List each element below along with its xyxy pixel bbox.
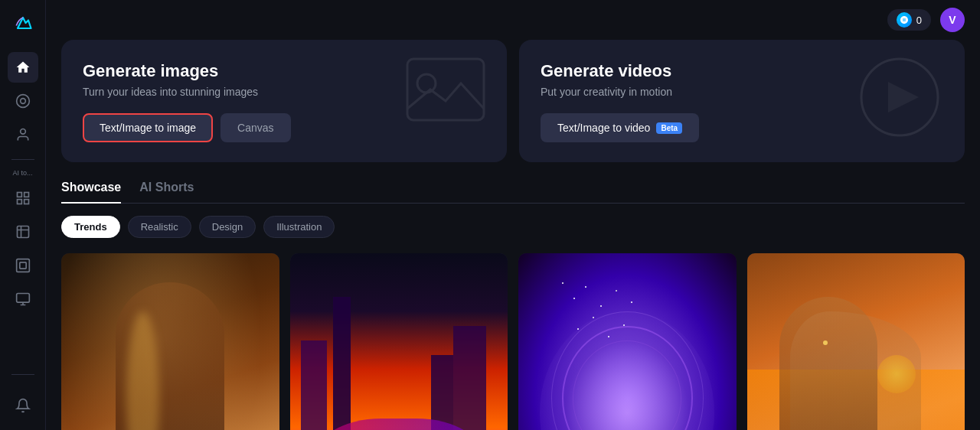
- video-card-buttons: Text/Image to video Beta: [541, 113, 943, 142]
- sidebar-item-explore[interactable]: [8, 86, 38, 116]
- beta-badge: Beta: [656, 122, 682, 134]
- filter-trends[interactable]: Trends: [61, 216, 120, 238]
- svg-rect-4: [24, 193, 28, 197]
- tab-ai-shorts[interactable]: AI Shorts: [139, 181, 194, 204]
- main-content: 0 V Generate images Turn your ideas into…: [46, 0, 980, 430]
- gallery-image-3[interactable]: [518, 253, 737, 430]
- sidebar-item-frame[interactable]: [8, 250, 38, 281]
- svg-point-1: [20, 99, 25, 104]
- generate-videos-subtitle: Put your creativity in motion: [541, 86, 943, 98]
- image-thumbnail-4: [747, 253, 965, 430]
- generate-images-subtitle: Turn your ideas into stunning images: [83, 86, 485, 98]
- svg-rect-6: [24, 200, 28, 204]
- app-logo: [9, 9, 37, 37]
- credits-display: 0: [887, 9, 931, 31]
- svg-point-2: [20, 129, 25, 135]
- tab-showcase[interactable]: Showcase: [61, 181, 121, 204]
- gallery-grid: u universesoul ♡ 8 ⚡ 45.3K: [61, 253, 965, 430]
- svg-rect-3: [17, 193, 21, 197]
- image-thumbnail-3: [518, 253, 737, 430]
- sidebar-item-layers[interactable]: [8, 183, 38, 213]
- content-area: Generate images Turn your ideas into stu…: [46, 40, 980, 430]
- image-thumbnail-1: [61, 253, 279, 430]
- svg-rect-8: [16, 259, 29, 272]
- filter-realistic[interactable]: Realistic: [128, 216, 191, 238]
- image-card-buttons: Text/Image to image Canvas: [83, 113, 485, 142]
- gallery-image-2[interactable]: [290, 253, 508, 430]
- text-image-to-image-button[interactable]: Text/Image to image: [83, 113, 213, 142]
- gallery-image-1[interactable]: [61, 253, 279, 430]
- sidebar-item-home[interactable]: [8, 52, 38, 83]
- credits-icon: [897, 12, 912, 28]
- generate-images-title: Generate images: [83, 61, 485, 81]
- credits-value: 0: [916, 15, 922, 26]
- generate-images-card: Generate images Turn your ideas into stu…: [61, 40, 507, 162]
- ai-tools-label: AI to...: [12, 169, 32, 177]
- sidebar-divider-2: [11, 374, 34, 375]
- filter-pills: Trends Realistic Design Illustration: [61, 216, 965, 238]
- svg-point-0: [16, 95, 29, 108]
- generate-videos-card: Generate videos Put your creativity in m…: [519, 40, 965, 162]
- sidebar-item-screen[interactable]: [8, 284, 38, 314]
- sidebar-item-profile[interactable]: [8, 119, 38, 150]
- topbar: 0 V: [46, 0, 980, 40]
- svg-rect-10: [16, 294, 29, 303]
- generate-videos-title: Generate videos: [541, 61, 943, 81]
- svg-rect-7: [17, 226, 28, 238]
- sidebar-item-notifications[interactable]: [8, 390, 38, 421]
- sidebar-item-crop[interactable]: [8, 217, 38, 247]
- feature-cards: Generate images Turn your ideas into stu…: [61, 40, 965, 162]
- sidebar-divider-1: [11, 159, 34, 160]
- text-image-to-video-button[interactable]: Text/Image to video Beta: [541, 113, 699, 142]
- filter-illustration[interactable]: Illustration: [263, 216, 335, 238]
- gallery-image-4[interactable]: u universesoul ♡ 8 ⚡ 45.3K: [747, 253, 965, 430]
- sidebar: AI to...: [0, 0, 46, 430]
- svg-rect-5: [17, 200, 21, 204]
- showcase-tabs: Showcase AI Shorts: [61, 181, 965, 204]
- image-thumbnail-2: [290, 253, 508, 430]
- user-avatar[interactable]: V: [940, 8, 965, 32]
- svg-rect-9: [19, 262, 25, 269]
- filter-design[interactable]: Design: [199, 216, 256, 238]
- canvas-button[interactable]: Canvas: [220, 113, 290, 142]
